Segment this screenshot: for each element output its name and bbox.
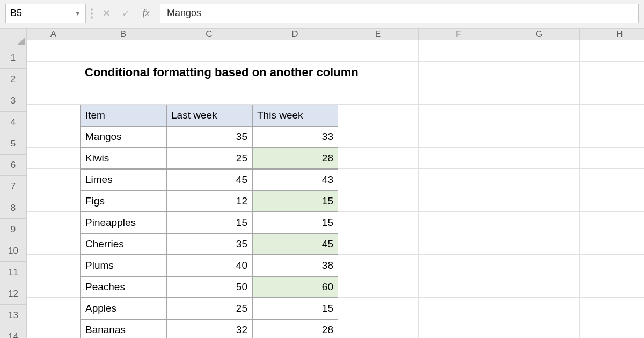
table-header-this[interactable]: This week [252, 105, 338, 126]
cell[interactable] [27, 148, 80, 169]
cell[interactable] [166, 83, 252, 105]
cell[interactable] [338, 212, 419, 233]
table-cell-last[interactable]: 35 [166, 233, 252, 255]
cell[interactable] [580, 319, 644, 338]
cell[interactable] [499, 62, 580, 83]
row-header[interactable]: 3 [0, 90, 27, 112]
table-cell-item[interactable]: Peaches [80, 276, 166, 298]
cell[interactable] [419, 40, 499, 62]
row-header[interactable]: 7 [0, 176, 27, 197]
table-cell-this[interactable]: 38 [252, 255, 338, 276]
cell[interactable] [338, 298, 419, 319]
cell[interactable] [580, 190, 644, 212]
row-header[interactable]: 8 [0, 197, 27, 219]
column-header[interactable]: E [338, 29, 419, 40]
row-header[interactable]: 2 [0, 69, 27, 90]
cell[interactable] [27, 126, 80, 148]
table-cell-item[interactable]: Kiwis [80, 148, 166, 169]
cell[interactable] [27, 276, 80, 298]
cell[interactable] [580, 276, 644, 298]
row-header[interactable]: 12 [0, 283, 27, 305]
cell[interactable] [499, 190, 580, 212]
cell[interactable] [499, 319, 580, 338]
cell[interactable] [499, 212, 580, 233]
column-header[interactable]: G [499, 29, 580, 40]
cell[interactable] [252, 83, 338, 105]
cell[interactable] [419, 190, 499, 212]
cell[interactable] [419, 169, 499, 190]
cell[interactable] [580, 298, 644, 319]
cell[interactable] [499, 148, 580, 169]
cell[interactable] [419, 212, 499, 233]
cells-area[interactable]: Conditional formatting based on another … [27, 40, 644, 338]
table-cell-last[interactable]: 50 [166, 276, 252, 298]
cell[interactable] [338, 105, 419, 126]
table-cell-last[interactable]: 32 [166, 319, 252, 338]
cell[interactable] [499, 105, 580, 126]
table-header-item[interactable]: Item [80, 105, 166, 126]
row-header[interactable]: 6 [0, 155, 27, 176]
chevron-down-icon[interactable]: ▼ [75, 10, 81, 17]
cell[interactable] [580, 126, 644, 148]
cell[interactable] [27, 319, 80, 338]
cell[interactable] [580, 148, 644, 169]
cell[interactable] [419, 105, 499, 126]
row-header[interactable]: 11 [0, 262, 27, 283]
row-header[interactable]: 1 [0, 47, 27, 69]
table-cell-item[interactable]: Plums [80, 255, 166, 276]
cell[interactable] [419, 83, 499, 105]
table-cell-this[interactable]: 43 [252, 169, 338, 190]
cell[interactable] [338, 190, 419, 212]
cell[interactable] [27, 233, 80, 255]
cell[interactable] [580, 212, 644, 233]
table-cell-this[interactable]: 15 [252, 190, 338, 212]
table-cell-last[interactable]: 45 [166, 169, 252, 190]
cell[interactable] [580, 169, 644, 190]
column-header[interactable]: H [580, 29, 644, 40]
select-all-corner[interactable] [0, 29, 27, 47]
column-header[interactable]: A [27, 29, 80, 40]
table-cell-last[interactable]: 25 [166, 298, 252, 319]
table-cell-this[interactable]: 15 [252, 212, 338, 233]
column-header[interactable]: D [252, 29, 338, 40]
row-header[interactable]: 13 [0, 305, 27, 326]
column-header[interactable]: B [80, 29, 166, 40]
table-cell-item[interactable]: Apples [80, 298, 166, 319]
enter-button[interactable]: ✓ [116, 4, 135, 23]
formula-input[interactable]: Mangos [160, 4, 639, 23]
cell[interactable] [27, 105, 80, 126]
row-header[interactable]: 4 [0, 112, 27, 133]
cell[interactable] [27, 169, 80, 190]
cell[interactable] [80, 40, 166, 62]
cell[interactable] [419, 62, 499, 83]
cell[interactable] [338, 126, 419, 148]
cell[interactable] [27, 298, 80, 319]
cell[interactable] [27, 40, 80, 62]
cell[interactable] [80, 83, 166, 105]
cell[interactable] [419, 255, 499, 276]
cell[interactable] [499, 83, 580, 105]
cell[interactable] [338, 319, 419, 338]
cell[interactable] [499, 169, 580, 190]
table-cell-this[interactable]: 60 [252, 276, 338, 298]
cell[interactable] [338, 276, 419, 298]
cell[interactable] [499, 126, 580, 148]
table-cell-last[interactable]: 40 [166, 255, 252, 276]
cell[interactable] [338, 233, 419, 255]
table-cell-last[interactable]: 15 [166, 212, 252, 233]
cell[interactable] [499, 255, 580, 276]
table-cell-last[interactable]: 12 [166, 190, 252, 212]
row-header[interactable]: 5 [0, 133, 27, 155]
name-box[interactable]: B5 ▼ [5, 4, 86, 23]
cell[interactable] [338, 83, 419, 105]
cell[interactable] [580, 255, 644, 276]
table-header-last[interactable]: Last week [166, 105, 252, 126]
cell[interactable] [419, 233, 499, 255]
cell[interactable] [27, 212, 80, 233]
table-cell-last[interactable]: 35 [166, 126, 252, 148]
table-cell-item[interactable]: Limes [80, 169, 166, 190]
table-cell-last[interactable]: 25 [166, 148, 252, 169]
cell[interactable] [419, 126, 499, 148]
cell[interactable] [338, 40, 419, 62]
cell[interactable] [338, 148, 419, 169]
